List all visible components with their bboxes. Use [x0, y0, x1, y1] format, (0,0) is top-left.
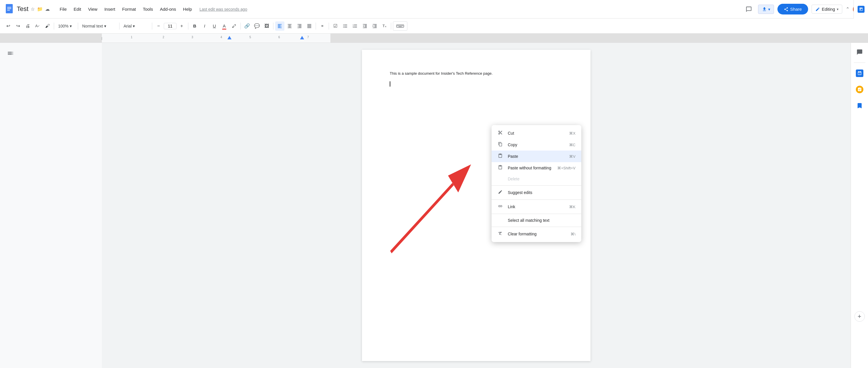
doc-area: This is a sample document for Insider's … [102, 43, 850, 368]
font-size-value: 11 [168, 24, 173, 28]
paste-shortcut: ⌘V [569, 154, 576, 159]
gs-calendar-icon[interactable] [858, 6, 865, 13]
svg-rect-9 [402, 25, 403, 26]
comment-btn[interactable]: 💬 [252, 22, 261, 31]
separator-4 [152, 23, 152, 30]
suggest-icon [497, 190, 503, 195]
svg-marker-19 [227, 36, 231, 39]
svg-rect-8 [401, 25, 402, 26]
align-left-btn[interactable] [275, 22, 284, 31]
font-size-decrease-btn[interactable]: − [154, 22, 163, 31]
indent-decrease-btn[interactable] [360, 22, 370, 31]
svg-text:2: 2 [163, 36, 164, 39]
last-edit-label[interactable]: Last edit was seconds ago [199, 7, 247, 11]
menu-file[interactable]: File [57, 5, 69, 13]
align-right-btn[interactable] [295, 22, 304, 31]
underline-btn[interactable]: U [210, 22, 219, 31]
move-to-drive-btn[interactable]: ▾ [758, 5, 774, 14]
collapse-btn[interactable]: ⌃ [846, 6, 849, 12]
svg-text:6: 6 [278, 36, 280, 39]
font-name-value: Arial [124, 24, 132, 28]
sidebar-calendar-btn[interactable]: 31 [854, 67, 865, 79]
highlight-btn[interactable]: 🖍 [229, 22, 239, 31]
document-title[interactable]: Test [17, 5, 28, 13]
ruler-content: | 1 2 3 4 5 6 7 [0, 34, 868, 43]
ctx-link[interactable]: Link ⌘K [492, 201, 581, 213]
svg-rect-7 [400, 25, 401, 26]
numbered-list-btn[interactable] [350, 22, 360, 31]
ctx-cut[interactable]: Cut ⌘X [492, 128, 581, 139]
folder-icon[interactable]: 📁 [37, 6, 43, 12]
google-docs-icon [5, 3, 14, 16]
menu-tools[interactable]: Tools [140, 5, 156, 13]
font-size-field[interactable]: 11 [164, 23, 177, 29]
text-color-btn[interactable]: A [220, 22, 229, 31]
svg-text:31: 31 [859, 73, 861, 75]
paste-no-format-shortcut: ⌘+Shift+V [557, 166, 576, 170]
sidebar-keep-btn[interactable] [854, 100, 865, 111]
paste-no-format-label: Paste without formatting [508, 166, 551, 170]
font-size-increase-btn[interactable]: + [177, 22, 186, 31]
ctx-select-matching[interactable]: Select all matching text [492, 215, 581, 226]
copy-icon [497, 142, 503, 148]
copy-shortcut: ⌘C [569, 143, 576, 147]
ctx-sep-2 [492, 199, 581, 200]
text-cursor [390, 81, 390, 87]
svg-rect-5 [397, 25, 398, 26]
svg-text:4: 4 [220, 36, 222, 39]
line-spacing-btn[interactable]: ≡ [318, 22, 327, 31]
move-btn-chevron: ▾ [768, 7, 770, 11]
checklist-btn[interactable]: ☑ [331, 22, 340, 31]
align-justify-btn[interactable] [305, 22, 314, 31]
chat-icon-btn[interactable] [743, 3, 754, 15]
svg-text:1: 1 [131, 36, 132, 39]
italic-btn[interactable]: I [200, 22, 209, 31]
svg-line-22 [391, 184, 453, 252]
cut-label: Cut [508, 131, 514, 136]
bullet-list-btn[interactable] [341, 22, 350, 31]
copy-label: Copy [508, 142, 517, 147]
paste-no-format-icon [497, 165, 503, 171]
redo-btn[interactable]: ↪ [13, 22, 23, 31]
delete-label: Delete [508, 177, 519, 181]
menu-addons[interactable]: Add-ons [157, 5, 179, 13]
image-btn[interactable]: 🖼 [262, 22, 271, 31]
ctx-paste[interactable]: Paste ⌘V [492, 150, 581, 162]
print-btn[interactable]: 🖨 [23, 22, 32, 31]
menu-format[interactable]: Format [119, 5, 139, 13]
paint-format-btn[interactable]: 🖌 [43, 22, 52, 31]
zoom-dropdown[interactable]: 100% ▾ [56, 23, 76, 30]
editing-mode-btn[interactable]: Editing ▾ [812, 5, 842, 13]
menu-view[interactable]: View [85, 5, 100, 13]
font-name-dropdown[interactable]: Arial ▾ [121, 23, 150, 30]
share-button[interactable]: Share [777, 4, 808, 15]
add-plugin-btn[interactable]: + [855, 311, 865, 322]
ctx-delete: Delete [492, 174, 581, 184]
sidebar-chat-btn[interactable] [854, 46, 865, 58]
cloud-icon[interactable]: ☁ [45, 6, 50, 12]
ctx-paste-no-format[interactable]: Paste without formatting ⌘+Shift+V [492, 162, 581, 174]
menu-help[interactable]: Help [180, 5, 195, 13]
ctx-copy[interactable]: Copy ⌘C [492, 139, 581, 150]
sidebar-tasks-btn[interactable] [854, 84, 865, 95]
svg-rect-1 [7, 7, 11, 7]
svg-text:3: 3 [191, 36, 193, 39]
link-btn[interactable]: 🔗 [243, 22, 252, 31]
clear-formatting-btn[interactable]: Tₓ [380, 22, 389, 31]
document-body-text: This is a sample document for Insider's … [390, 70, 563, 77]
spellcheck-btn[interactable]: A✓ [33, 22, 42, 31]
bold-btn[interactable]: B [190, 22, 199, 31]
indent-increase-btn[interactable] [370, 22, 379, 31]
menu-insert[interactable]: Insert [101, 5, 118, 13]
main-area: This is a sample document for Insider's … [0, 43, 868, 368]
undo-btn[interactable]: ↩ [3, 22, 13, 31]
menu-edit[interactable]: Edit [71, 5, 84, 13]
font-style-dropdown[interactable]: Normal text ▾ [80, 23, 118, 30]
star-icon[interactable]: ☆ [31, 6, 35, 12]
outline-icon[interactable] [7, 50, 14, 58]
ctx-clear-format[interactable]: Clear formatting ⌘\ [492, 228, 581, 240]
ctx-suggest[interactable]: Suggest edits [492, 187, 581, 198]
input-mode-btn[interactable] [393, 22, 407, 31]
toolbar: ↩ ↪ 🖨 A✓ 🖌 100% ▾ Normal text ▾ Arial ▾ … [0, 19, 868, 34]
align-center-btn[interactable] [285, 22, 294, 31]
